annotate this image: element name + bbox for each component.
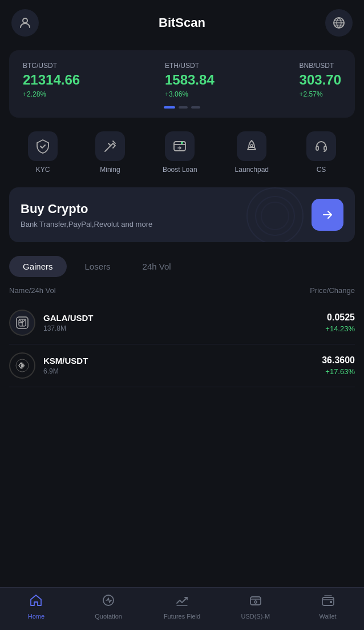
ticker-bnb: BNB/USDT 303.70 +2.57%: [300, 62, 341, 98]
ksm-vol: 6.9M: [43, 367, 314, 375]
mining-label: Mining: [100, 166, 120, 174]
header: BitScan: [0, 0, 364, 46]
eth-change: +3.06%: [165, 90, 215, 98]
boost-loan-icon: [165, 131, 195, 161]
arrow-right-icon: [321, 208, 334, 222]
globe-button[interactable]: [325, 9, 353, 37]
gala-change: +14.23%: [325, 324, 355, 333]
ksm-price-block: 36.3600 +17.63%: [322, 355, 355, 376]
globe-icon: [332, 16, 346, 30]
nav-home[interactable]: Home: [19, 593, 53, 620]
action-kyc[interactable]: KYC: [28, 131, 58, 174]
home-icon: [29, 593, 43, 611]
market-section: Gainers Losers 24h Vol Name/24h Vol Pric…: [0, 242, 364, 387]
person-icon: [18, 16, 32, 30]
gala-vol: 137.8M: [43, 324, 317, 332]
kyc-icon: [28, 131, 58, 161]
nav-quotation-label: Quotation: [95, 613, 122, 620]
eth-pair: ETH/USDT: [165, 62, 215, 70]
cs-icon: [306, 131, 336, 161]
tab-24h-vol[interactable]: 24h Vol: [129, 256, 185, 277]
tab-gainers[interactable]: Gainers: [9, 256, 67, 277]
bnb-change: +2.57%: [300, 90, 341, 98]
launchpad-icon: [237, 131, 266, 161]
cs-label: CS: [317, 166, 326, 174]
dot-1: [164, 106, 175, 109]
ksm-info: KSM/USDT 6.9M: [43, 356, 314, 375]
ksm-price: 36.3600: [322, 355, 355, 366]
kyc-label: KYC: [36, 166, 50, 174]
col-name-vol: Name/24h Vol: [9, 286, 56, 295]
nav-futures-field[interactable]: Futures Field: [164, 593, 200, 620]
action-cs[interactable]: CS: [306, 131, 336, 174]
table-row[interactable]: KSM/USDT 6.9M 36.3600 +17.63%: [9, 344, 355, 387]
btc-price: 21314.66: [23, 72, 80, 88]
dot-2: [179, 106, 188, 109]
futures-icon: [175, 593, 189, 611]
btc-pair: BTC/USDT: [23, 62, 80, 70]
svg-point-0: [23, 18, 27, 23]
mining-icon: [95, 131, 125, 161]
nav-wallet[interactable]: Wallet: [311, 593, 345, 620]
ksm-logo: [9, 352, 35, 379]
boost-loan-label: Boost Loan: [163, 166, 197, 174]
bottom-nav: Home Quotation Futures Field: [0, 587, 364, 630]
svg-rect-14: [330, 601, 332, 603]
svg-rect-4: [316, 146, 318, 150]
action-mining[interactable]: Mining: [95, 131, 125, 174]
dot-3: [191, 106, 200, 109]
action-launchpad[interactable]: Launchpad: [235, 131, 269, 174]
decorative-circles: [241, 187, 309, 242]
buy-crypto-subtitle: Bank Transfer,PayPal,Revolut and more: [21, 220, 152, 228]
usd-m-icon: [249, 593, 262, 611]
nav-futures-label: Futures Field: [164, 613, 200, 620]
launchpad-label: Launchpad: [235, 166, 269, 174]
table-row[interactable]: GALA/USDT 137.8M 0.0525 +14.23%: [9, 302, 355, 344]
buy-crypto-button[interactable]: [312, 199, 343, 231]
quick-actions: KYC Mining Boost Loan: [0, 118, 364, 183]
wallet-icon: [321, 593, 335, 611]
tab-losers[interactable]: Losers: [71, 256, 124, 277]
quotation-icon: [102, 593, 115, 611]
bnb-price: 303.70: [300, 72, 341, 88]
profile-button[interactable]: [11, 9, 39, 37]
ticker-dots: [23, 106, 341, 109]
col-price-change: Price/Change: [310, 286, 355, 295]
nav-quotation[interactable]: Quotation: [91, 593, 126, 620]
buy-crypto-text: Buy Crypto Bank Transfer,PayPal,Revolut …: [21, 202, 152, 228]
nav-home-label: Home: [28, 613, 45, 620]
btc-change: +2.28%: [23, 90, 80, 98]
market-header: Name/24h Vol Price/Change: [9, 286, 355, 302]
ticker-btc: BTC/USDT 21314.66 +2.28%: [23, 62, 80, 98]
market-list: GALA/USDT 137.8M 0.0525 +14.23% KSM/USDT: [9, 302, 355, 387]
nav-usd-m[interactable]: USD(S)-M: [238, 593, 273, 620]
action-boost-loan[interactable]: Boost Loan: [163, 131, 197, 174]
buy-crypto-banner[interactable]: Buy Crypto Bank Transfer,PayPal,Revolut …: [9, 187, 355, 242]
gala-pair: GALA/USDT: [43, 313, 317, 323]
ticker-card: BTC/USDT 21314.66 +2.28% ETH/USDT 1583.8…: [9, 50, 355, 118]
svg-point-9: [21, 364, 24, 367]
bnb-pair: BNB/USDT: [300, 62, 341, 70]
gala-logo: [9, 310, 35, 336]
buy-crypto-title: Buy Crypto: [21, 202, 152, 216]
ksm-change: +17.63%: [322, 367, 355, 376]
ticker-eth: ETH/USDT 1583.84 +3.06%: [165, 62, 215, 98]
gala-price-block: 0.0525 +14.23%: [325, 312, 355, 333]
gala-price: 0.0525: [325, 312, 355, 323]
nav-usd-m-label: USD(S)-M: [241, 613, 270, 620]
ksm-pair: KSM/USDT: [43, 356, 314, 366]
nav-wallet-label: Wallet: [319, 613, 337, 620]
app-title: BitScan: [159, 15, 205, 30]
svg-point-3: [250, 145, 253, 147]
gala-info: GALA/USDT 137.8M: [43, 313, 317, 332]
market-tabs: Gainers Losers 24h Vol: [9, 256, 355, 277]
eth-price: 1583.84: [165, 72, 215, 88]
ticker-row: BTC/USDT 21314.66 +2.28% ETH/USDT 1583.8…: [23, 62, 341, 98]
